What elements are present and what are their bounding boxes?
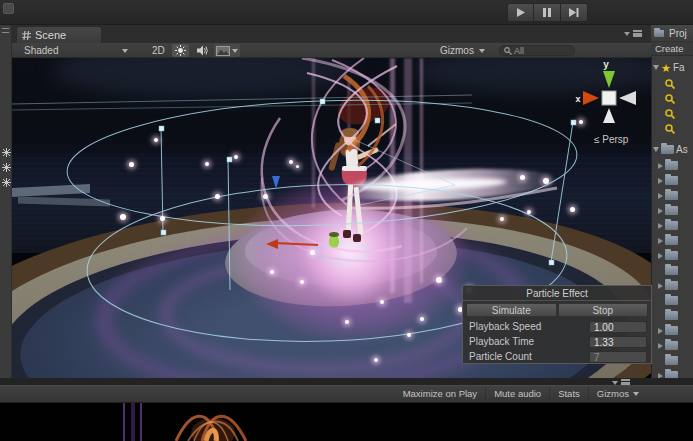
favorites-star-icon: ★: [661, 63, 671, 73]
particle-dot: [129, 162, 134, 167]
game-toolbar: Maximize on PlayMute audioStatsGizmos: [0, 385, 693, 403]
particle-dot: [205, 162, 209, 166]
z-axis-cone: [619, 91, 636, 105]
tree-item-folder[interactable]: [651, 263, 693, 278]
particle-dot: [300, 280, 304, 284]
tree-item-assets[interactable]: As: [651, 142, 693, 157]
tree-item-folder[interactable]: [651, 278, 693, 293]
scene-toolbar: Shaded 2D Gizmos All: [12, 43, 651, 58]
dock-handle-icon[interactable]: [2, 28, 9, 33]
tree-item-folder[interactable]: [651, 218, 693, 233]
persp-toggle: ≤ Persp: [594, 134, 629, 145]
particle-dot: [263, 194, 268, 199]
collapse-arrow-icon[interactable]: [658, 343, 663, 349]
folder-icon: [665, 281, 678, 290]
toggle-2d-button[interactable]: 2D: [148, 44, 169, 57]
draw-mode-label: Shaded: [24, 45, 58, 56]
tool-button[interactable]: [3, 3, 14, 14]
tree-item-folder[interactable]: [651, 188, 693, 203]
folder-icon: [665, 221, 678, 230]
unity-editor-window: Scene Shaded 2D Gizmos All: [0, 0, 693, 441]
tree-item-folder[interactable]: [651, 233, 693, 248]
scene-lighting-toggle[interactable]: [172, 44, 189, 57]
game-toolbar-gizmos[interactable]: Gizmos: [588, 388, 647, 400]
x-axis-cone: [583, 91, 599, 105]
game-toolbar-stats[interactable]: Stats: [549, 388, 588, 400]
collapse-arrow-icon[interactable]: [658, 163, 663, 169]
field-value[interactable]: 1.00: [589, 321, 647, 333]
folder-icon: [665, 266, 678, 275]
folder-icon: [665, 206, 678, 215]
search-query-icon: [665, 94, 675, 104]
play-button[interactable]: [507, 3, 534, 22]
scene-effects-toggle[interactable]: [214, 44, 240, 57]
tree-item-folder[interactable]: [651, 293, 693, 308]
expand-arrow-icon[interactable]: [653, 65, 659, 70]
game-toolbar-maximize-on-play[interactable]: Maximize on Play: [395, 388, 485, 400]
collapse-arrow-icon[interactable]: [658, 238, 663, 244]
collapse-arrow-icon[interactable]: [658, 208, 663, 214]
field-label: Playback Speed: [469, 321, 541, 332]
tree-item-saved-search[interactable]: [651, 91, 693, 106]
particle-panel-title: Particle Effect: [463, 286, 651, 301]
left-dock-strip: [0, 25, 12, 378]
tree-item-saved-search[interactable]: [651, 106, 693, 121]
particle-dot: [527, 210, 531, 214]
main-toolbar: [0, 0, 693, 25]
collapse-arrow-icon[interactable]: [658, 178, 663, 184]
collapse-arrow-icon[interactable]: [658, 223, 663, 229]
project-tab-label: Proj: [669, 28, 687, 39]
tree-item-favorites[interactable]: ★Fa: [651, 60, 693, 75]
tree-item-folder[interactable]: [651, 308, 693, 323]
play-icon: [516, 8, 525, 17]
tree-item-folder[interactable]: [651, 338, 693, 353]
dropdown-triangle-icon: [624, 32, 630, 36]
gizmo-center-cube: [602, 91, 616, 105]
collapse-arrow-icon[interactable]: [658, 193, 663, 199]
particle-dot: [436, 277, 442, 283]
chevron-down-icon: [633, 392, 639, 396]
tab-scene[interactable]: Scene: [16, 26, 102, 43]
speaker-icon: [197, 45, 209, 56]
create-button[interactable]: Create: [651, 42, 693, 56]
collapse-arrow-icon[interactable]: [658, 283, 663, 289]
tab-project[interactable]: Proj: [651, 25, 693, 42]
stop-button[interactable]: Stop: [558, 303, 649, 317]
scene-orientation-gizmo[interactable]: y x ≤ Persp: [570, 58, 651, 153]
scene-audio-toggle[interactable]: [194, 44, 211, 57]
purple-streak: [123, 403, 125, 441]
tree-item-folder[interactable]: [651, 248, 693, 263]
tree-item-folder[interactable]: [651, 158, 693, 173]
folder-icon: [654, 30, 664, 37]
draw-mode-dropdown[interactable]: Shaded: [20, 44, 132, 57]
pause-button[interactable]: [534, 3, 561, 22]
axis-y-label: y: [603, 59, 609, 70]
collapse-arrow-icon[interactable]: [658, 328, 663, 334]
particle-panel-row: Particle Count7: [463, 349, 651, 364]
search-icon: [504, 47, 512, 55]
expand-arrow-icon[interactable]: [653, 147, 659, 152]
game-toolbar-mute-audio[interactable]: Mute audio: [485, 388, 549, 400]
game-tab-strip: [0, 378, 693, 385]
tree-item-saved-search[interactable]: [651, 76, 693, 91]
gizmos-dropdown[interactable]: Gizmos: [440, 44, 485, 57]
field-value[interactable]: 1.33: [589, 336, 647, 348]
field-label: Playback Time: [469, 336, 534, 347]
particle-dot: [345, 320, 349, 324]
purple-streak: [131, 403, 135, 441]
folder-icon: [665, 341, 678, 350]
step-button[interactable]: [561, 3, 588, 22]
folder-icon: [665, 191, 678, 200]
scene-search-input[interactable]: All: [499, 45, 575, 56]
chevron-down-icon: [122, 49, 128, 53]
tree-item-folder[interactable]: [651, 173, 693, 188]
simulate-button[interactable]: Simulate: [466, 303, 557, 317]
tree-item-folder[interactable]: [651, 203, 693, 218]
tree-item-saved-search[interactable]: [651, 121, 693, 136]
game-viewport[interactable]: [0, 403, 693, 441]
collapse-arrow-icon[interactable]: [658, 253, 663, 259]
tree-item-folder[interactable]: [651, 353, 693, 368]
scene-panel-menu-icon[interactable]: [624, 30, 642, 37]
assets-label: As: [676, 144, 688, 155]
tree-item-folder[interactable]: [651, 323, 693, 338]
